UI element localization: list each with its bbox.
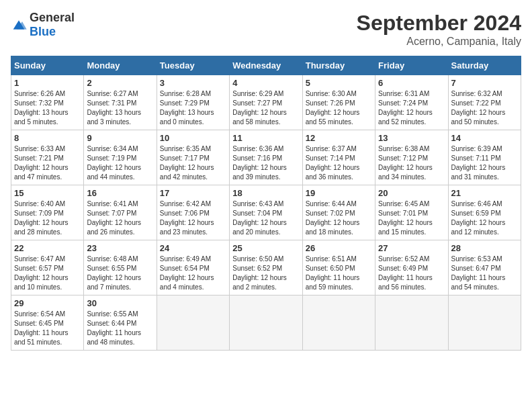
day-number: 17 bbox=[160, 188, 226, 198]
cell-info: Sunrise: 6:53 AMSunset: 6:47 PMDaylight:… bbox=[451, 255, 518, 292]
calendar-cell: 16Sunrise: 6:41 AMSunset: 7:07 PMDayligh… bbox=[84, 185, 157, 240]
calendar-cell: 20Sunrise: 6:45 AMSunset: 7:01 PMDayligh… bbox=[375, 185, 448, 240]
day-number: 2 bbox=[87, 78, 153, 88]
day-number: 27 bbox=[378, 243, 445, 253]
cell-info: Sunrise: 6:47 AMSunset: 6:57 PMDaylight:… bbox=[14, 255, 81, 292]
calendar-cell: 25Sunrise: 6:50 AMSunset: 6:52 PMDayligh… bbox=[230, 240, 302, 295]
day-number: 11 bbox=[232, 133, 299, 143]
calendar-cell: 1Sunrise: 6:26 AMSunset: 7:32 PMDaylight… bbox=[11, 75, 84, 130]
calendar-cell: 30Sunrise: 6:55 AMSunset: 6:44 PMDayligh… bbox=[84, 295, 157, 351]
location-title: Acerno, Campania, Italy bbox=[357, 36, 521, 48]
calendar-cell: 6Sunrise: 6:31 AMSunset: 7:24 PMDaylight… bbox=[375, 75, 448, 130]
weekday-header-wednesday: Wednesday bbox=[230, 56, 302, 75]
cell-info: Sunrise: 6:36 AMSunset: 7:16 PMDaylight:… bbox=[232, 144, 299, 182]
day-number: 3 bbox=[160, 78, 226, 88]
calendar-cell: 27Sunrise: 6:52 AMSunset: 6:49 PMDayligh… bbox=[375, 240, 448, 295]
day-number: 6 bbox=[378, 78, 445, 88]
day-number: 21 bbox=[451, 188, 518, 198]
logo: General Blue bbox=[11, 11, 75, 39]
calendar-cell: 9Sunrise: 6:34 AMSunset: 7:19 PMDaylight… bbox=[84, 130, 157, 185]
cell-info: Sunrise: 6:34 AMSunset: 7:19 PMDaylight:… bbox=[87, 144, 153, 182]
day-number: 9 bbox=[87, 133, 153, 143]
logo-blue: Blue bbox=[30, 25, 56, 38]
calendar-cell: 19Sunrise: 6:44 AMSunset: 7:02 PMDayligh… bbox=[302, 185, 375, 240]
cell-info: Sunrise: 6:38 AMSunset: 7:12 PMDaylight:… bbox=[378, 144, 445, 182]
day-number: 10 bbox=[160, 133, 226, 143]
calendar-cell bbox=[302, 295, 375, 351]
calendar-cell: 4Sunrise: 6:29 AMSunset: 7:27 PMDaylight… bbox=[230, 75, 302, 130]
weekday-header-tuesday: Tuesday bbox=[157, 56, 229, 75]
day-number: 16 bbox=[87, 188, 153, 198]
calendar-cell: 17Sunrise: 6:42 AMSunset: 7:06 PMDayligh… bbox=[157, 185, 229, 240]
calendar-cell: 14Sunrise: 6:39 AMSunset: 7:11 PMDayligh… bbox=[448, 130, 521, 185]
cell-info: Sunrise: 6:26 AMSunset: 7:32 PMDaylight:… bbox=[14, 89, 81, 127]
day-number: 23 bbox=[87, 243, 153, 253]
calendar-cell: 15Sunrise: 6:40 AMSunset: 7:09 PMDayligh… bbox=[11, 185, 84, 240]
day-number: 29 bbox=[14, 298, 81, 308]
cell-info: Sunrise: 6:37 AMSunset: 7:14 PMDaylight:… bbox=[306, 144, 372, 182]
day-number: 28 bbox=[451, 243, 518, 253]
cell-info: Sunrise: 6:28 AMSunset: 7:29 PMDaylight:… bbox=[160, 89, 226, 127]
logo-general: General bbox=[30, 11, 75, 24]
calendar-cell: 3Sunrise: 6:28 AMSunset: 7:29 PMDaylight… bbox=[157, 75, 229, 130]
weekday-header-friday: Friday bbox=[375, 56, 448, 75]
title-area: September 2024 Acerno, Campania, Italy bbox=[357, 11, 521, 48]
day-number: 19 bbox=[306, 188, 372, 198]
cell-info: Sunrise: 6:42 AMSunset: 7:06 PMDaylight:… bbox=[160, 199, 226, 237]
cell-info: Sunrise: 6:30 AMSunset: 7:26 PMDaylight:… bbox=[306, 89, 372, 127]
day-number: 22 bbox=[14, 243, 81, 253]
calendar-cell: 26Sunrise: 6:51 AMSunset: 6:50 PMDayligh… bbox=[302, 240, 375, 295]
calendar-cell bbox=[448, 295, 521, 351]
cell-info: Sunrise: 6:46 AMSunset: 6:59 PMDaylight:… bbox=[451, 199, 518, 237]
calendar-cell: 29Sunrise: 6:54 AMSunset: 6:45 PMDayligh… bbox=[11, 295, 84, 351]
month-title: September 2024 bbox=[357, 11, 521, 36]
cell-info: Sunrise: 6:48 AMSunset: 6:55 PMDaylight:… bbox=[87, 255, 153, 292]
calendar-cell: 11Sunrise: 6:36 AMSunset: 7:16 PMDayligh… bbox=[230, 130, 302, 185]
cell-info: Sunrise: 6:31 AMSunset: 7:24 PMDaylight:… bbox=[378, 89, 445, 127]
cell-info: Sunrise: 6:55 AMSunset: 6:44 PMDaylight:… bbox=[87, 310, 153, 347]
day-number: 13 bbox=[378, 133, 445, 143]
calendar-cell bbox=[230, 295, 302, 351]
cell-info: Sunrise: 6:33 AMSunset: 7:21 PMDaylight:… bbox=[14, 144, 81, 182]
cell-info: Sunrise: 6:32 AMSunset: 7:22 PMDaylight:… bbox=[451, 89, 518, 127]
day-number: 20 bbox=[378, 188, 445, 198]
day-number: 24 bbox=[160, 243, 226, 253]
cell-info: Sunrise: 6:49 AMSunset: 6:54 PMDaylight:… bbox=[160, 255, 226, 292]
weekday-header-saturday: Saturday bbox=[448, 56, 521, 75]
calendar-cell: 2Sunrise: 6:27 AMSunset: 7:31 PMDaylight… bbox=[84, 75, 157, 130]
cell-info: Sunrise: 6:44 AMSunset: 7:02 PMDaylight:… bbox=[306, 199, 372, 237]
day-number: 14 bbox=[451, 133, 518, 143]
cell-info: Sunrise: 6:45 AMSunset: 7:01 PMDaylight:… bbox=[378, 199, 445, 237]
header: General Blue September 2024 Acerno, Camp… bbox=[11, 11, 521, 48]
calendar-cell: 22Sunrise: 6:47 AMSunset: 6:57 PMDayligh… bbox=[11, 240, 84, 295]
weekday-header-sunday: Sunday bbox=[11, 56, 84, 75]
calendar-cell: 7Sunrise: 6:32 AMSunset: 7:22 PMDaylight… bbox=[448, 75, 521, 130]
day-number: 25 bbox=[232, 243, 299, 253]
cell-info: Sunrise: 6:27 AMSunset: 7:31 PMDaylight:… bbox=[87, 89, 153, 127]
calendar-cell: 18Sunrise: 6:43 AMSunset: 7:04 PMDayligh… bbox=[230, 185, 302, 240]
cell-info: Sunrise: 6:39 AMSunset: 7:11 PMDaylight:… bbox=[451, 144, 518, 182]
cell-info: Sunrise: 6:52 AMSunset: 6:49 PMDaylight:… bbox=[378, 255, 445, 292]
calendar-table: SundayMondayTuesdayWednesdayThursdayFrid… bbox=[11, 56, 521, 351]
day-number: 30 bbox=[87, 298, 153, 308]
weekday-header-monday: Monday bbox=[84, 56, 157, 75]
day-number: 8 bbox=[14, 133, 81, 143]
day-number: 5 bbox=[306, 78, 372, 88]
calendar-cell: 8Sunrise: 6:33 AMSunset: 7:21 PMDaylight… bbox=[11, 130, 84, 185]
calendar-cell bbox=[375, 295, 448, 351]
calendar-cell: 23Sunrise: 6:48 AMSunset: 6:55 PMDayligh… bbox=[84, 240, 157, 295]
day-number: 15 bbox=[14, 188, 81, 198]
cell-info: Sunrise: 6:41 AMSunset: 7:07 PMDaylight:… bbox=[87, 199, 153, 237]
calendar-cell: 10Sunrise: 6:35 AMSunset: 7:17 PMDayligh… bbox=[157, 130, 229, 185]
day-number: 12 bbox=[306, 133, 372, 143]
day-number: 26 bbox=[306, 243, 372, 253]
cell-info: Sunrise: 6:40 AMSunset: 7:09 PMDaylight:… bbox=[14, 199, 81, 237]
logo-icon bbox=[11, 18, 27, 32]
calendar-cell: 12Sunrise: 6:37 AMSunset: 7:14 PMDayligh… bbox=[302, 130, 375, 185]
calendar-cell bbox=[157, 295, 229, 351]
calendar-cell: 24Sunrise: 6:49 AMSunset: 6:54 PMDayligh… bbox=[157, 240, 229, 295]
cell-info: Sunrise: 6:43 AMSunset: 7:04 PMDaylight:… bbox=[232, 199, 299, 237]
calendar-cell: 13Sunrise: 6:38 AMSunset: 7:12 PMDayligh… bbox=[375, 130, 448, 185]
day-number: 1 bbox=[14, 78, 81, 88]
day-number: 7 bbox=[451, 78, 518, 88]
